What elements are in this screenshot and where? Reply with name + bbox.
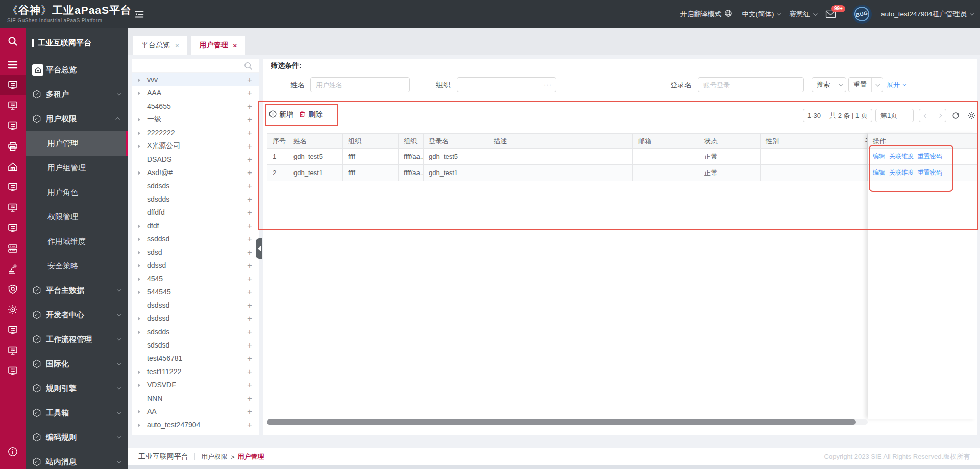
add-node-button[interactable]: + bbox=[247, 367, 252, 376]
sidebar-item-8[interactable]: 作用域维度 bbox=[26, 229, 128, 254]
add-node-button[interactable]: + bbox=[247, 142, 252, 151]
sidebar-item-3[interactable]: 用户权限 bbox=[26, 107, 128, 131]
display-icon[interactable] bbox=[0, 95, 26, 116]
tree-node[interactable]: auto_test247904+ bbox=[132, 418, 259, 431]
display-icon[interactable] bbox=[0, 198, 26, 218]
translate-toggle[interactable]: 开启翻译模式 bbox=[680, 9, 732, 19]
display-icon[interactable] bbox=[0, 75, 26, 95]
tree-node[interactable]: dsdssd+ bbox=[132, 312, 259, 325]
tree-node[interactable]: Asd!@#+ bbox=[132, 166, 259, 179]
add-node-button[interactable]: + bbox=[247, 182, 252, 190]
add-node-button[interactable]: + bbox=[247, 275, 252, 283]
tree-node[interactable]: ddssd+ bbox=[132, 259, 259, 272]
tab-1[interactable]: 平台总览× bbox=[133, 36, 187, 55]
org-picker-ellipsis[interactable]: ··· bbox=[544, 78, 552, 92]
prev-page-button[interactable] bbox=[919, 109, 933, 122]
sidebar-item-14[interactable]: 规则引擎 bbox=[26, 376, 128, 401]
expander-icon[interactable] bbox=[138, 129, 143, 137]
account-menu[interactable]: auto_test247904租户管理员 bbox=[881, 10, 973, 19]
tree-node[interactable]: 2222222+ bbox=[132, 126, 259, 139]
add-node-button[interactable]: + bbox=[247, 421, 252, 429]
search-icon[interactable] bbox=[0, 28, 26, 55]
sidebar-item-13[interactable]: 国际化 bbox=[26, 352, 128, 376]
tree-node[interactable]: sddsds+ bbox=[132, 179, 259, 192]
gear-icon[interactable] bbox=[967, 111, 976, 121]
mail-icon[interactable]: 99+ bbox=[825, 10, 836, 18]
sidebar-item-6[interactable]: 用户角色 bbox=[26, 180, 128, 205]
expander-icon[interactable] bbox=[138, 142, 143, 150]
language-select[interactable]: 中文(简体) bbox=[742, 10, 780, 19]
name-input[interactable] bbox=[311, 78, 409, 92]
expander-icon[interactable] bbox=[138, 168, 143, 177]
sidebar-item-17[interactable]: 站内消息 bbox=[26, 450, 128, 469]
org-select[interactable]: 赛意红 bbox=[789, 10, 816, 19]
add-node-button[interactable]: + bbox=[247, 221, 252, 230]
tree-node[interactable]: VDSVDF+ bbox=[132, 378, 259, 391]
sidebar-item-2[interactable]: 多租户 bbox=[26, 82, 128, 107]
horizontal-scrollbar[interactable] bbox=[267, 419, 868, 425]
add-node-button[interactable]: + bbox=[247, 301, 252, 310]
close-tab-icon[interactable]: × bbox=[175, 42, 179, 50]
add-node-button[interactable]: + bbox=[247, 102, 252, 111]
expander-icon[interactable] bbox=[138, 421, 143, 429]
next-page-button[interactable] bbox=[933, 109, 946, 122]
search-button[interactable]: 搜索 bbox=[812, 77, 846, 92]
expander-icon[interactable] bbox=[138, 328, 143, 336]
tree-node[interactable]: sdsdds+ bbox=[132, 192, 259, 206]
expander-icon[interactable] bbox=[138, 248, 143, 256]
add-node-button[interactable]: + bbox=[247, 328, 252, 336]
tree-node[interactable]: test456781+ bbox=[132, 352, 259, 365]
expander-icon[interactable] bbox=[138, 221, 143, 230]
action-link[interactable]: 关联维度 bbox=[889, 152, 914, 161]
sidebar-item-15[interactable]: 工具箱 bbox=[26, 401, 128, 425]
add-node-button[interactable]: + bbox=[247, 394, 252, 403]
sidebar-item-12[interactable]: 工作流程管理 bbox=[26, 327, 128, 352]
robot-arm-icon[interactable] bbox=[0, 259, 26, 279]
display-icon[interactable] bbox=[0, 320, 26, 340]
display-icon[interactable] bbox=[0, 361, 26, 381]
tree-node[interactable]: 一级+ bbox=[132, 113, 259, 126]
table-row[interactable]: 2gdh_test1ffffffff/aa...gdh_test1正常 bbox=[267, 165, 868, 181]
sidebar-item-5[interactable]: 用户组管理 bbox=[26, 156, 128, 180]
expander-icon[interactable] bbox=[138, 381, 143, 389]
tab-2[interactable]: 用户管理× bbox=[191, 36, 246, 55]
info-icon[interactable] bbox=[0, 441, 26, 462]
expand-filters-link[interactable]: 展开 bbox=[887, 77, 905, 92]
sidebar-item-1[interactable]: 平台总览 bbox=[26, 58, 128, 82]
add-node-button[interactable]: + bbox=[247, 248, 252, 257]
action-link[interactable]: 重置密码 bbox=[918, 152, 942, 161]
add-node-button[interactable]: + bbox=[247, 89, 252, 97]
scrollbar-thumb[interactable] bbox=[267, 419, 856, 425]
display-icon[interactable] bbox=[0, 340, 26, 361]
tree-node[interactable]: dsdssd+ bbox=[132, 299, 259, 312]
expander-icon[interactable] bbox=[138, 235, 143, 243]
tree-node[interactable]: sdsdsd+ bbox=[132, 338, 259, 352]
action-link[interactable]: 编辑 bbox=[873, 152, 885, 161]
login-input[interactable] bbox=[698, 78, 803, 92]
close-tab-icon[interactable]: × bbox=[233, 42, 237, 50]
tree-node[interactable]: 4545+ bbox=[132, 272, 259, 285]
tree-search[interactable] bbox=[132, 59, 259, 73]
reset-dropdown-caret[interactable] bbox=[871, 78, 883, 92]
tree-node[interactable]: ssddsd+ bbox=[132, 232, 259, 245]
add-node-button[interactable]: + bbox=[247, 115, 252, 124]
tree-node[interactable]: DSADS+ bbox=[132, 153, 259, 166]
tree-node[interactable]: NNN+ bbox=[132, 391, 259, 405]
org-input[interactable] bbox=[457, 78, 556, 92]
tree-node[interactable]: AA+ bbox=[132, 405, 259, 418]
expander-icon[interactable] bbox=[138, 288, 143, 296]
expander-icon[interactable] bbox=[138, 367, 143, 376]
sidebar-item-10[interactable]: 平台主数据 bbox=[26, 278, 128, 303]
expander-icon[interactable] bbox=[138, 407, 143, 415]
add-node-button[interactable]: + bbox=[247, 314, 252, 323]
add-node-button[interactable]: + bbox=[247, 407, 252, 416]
reset-button[interactable]: 重置 bbox=[848, 77, 883, 92]
collapse-tree-handle[interactable] bbox=[256, 238, 262, 259]
add-node-button[interactable]: + bbox=[247, 381, 252, 389]
expander-icon[interactable] bbox=[138, 76, 143, 84]
expander-icon[interactable] bbox=[138, 89, 143, 97]
add-node-button[interactable]: + bbox=[247, 354, 252, 363]
add-node-button[interactable]: + bbox=[247, 76, 252, 84]
expander-icon[interactable] bbox=[138, 314, 143, 323]
tree-node[interactable]: 454655+ bbox=[132, 100, 259, 113]
